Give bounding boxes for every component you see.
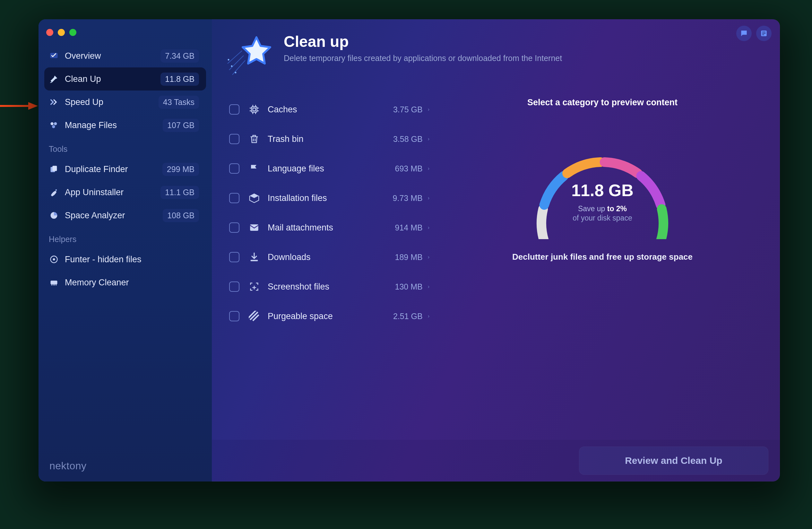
memory-icon [49,277,59,288]
broom-icon [49,74,59,84]
svg-rect-12 [52,284,52,286]
fullscreen-window-button[interactable] [69,29,76,36]
svg-point-24 [235,72,236,73]
page-title: Clean up [284,31,562,51]
sidebar-item-memory-cleaner[interactable]: Memory Cleaner [44,271,206,294]
gauge-total: 11.8 GB [519,181,686,200]
svg-rect-18 [762,33,766,34]
checkbox[interactable] [229,163,240,174]
gauge-line1: Save up to 2% [519,204,686,213]
sidebar-item-app-uninstaller[interactable]: App Uninstaller 11.1 GB [44,181,206,204]
speed-icon [49,97,59,107]
svg-rect-19 [762,34,765,35]
sidebar-item-managefiles[interactable]: Manage Files 107 GB [44,114,206,137]
close-window-button[interactable] [46,29,53,36]
hero: Clean up Delete temporary files created … [212,19,780,83]
svg-rect-15 [56,284,57,286]
svg-point-10 [53,258,55,261]
news-button[interactable] [756,26,771,41]
category-language[interactable]: Language files 693 MB › [226,155,435,182]
chat-button[interactable] [736,26,752,41]
checkbox[interactable] [229,193,240,203]
topbar [736,26,771,41]
preview-tagline: Declutter junk files and free up storage… [512,252,693,262]
category-size: 3.58 GB [393,134,423,144]
download-icon [248,251,261,263]
checkbox[interactable] [229,223,240,233]
preview-hint: Select a category to preview content [527,98,678,108]
category-list: Caches 3.75 GB › Trash bin 3.58 GB › Lan… [226,96,435,440]
svg-line-22 [232,60,245,75]
sidebar-item-label: Space Analyzer [65,211,157,220]
category-size: 189 MB [395,253,423,262]
category-size: 3.75 GB [393,105,423,114]
sidebar-item-space-analyzer[interactable]: Space Analyzer 108 GB [44,204,206,227]
sidebar-item-label: Speed Up [65,97,153,107]
svg-point-5 [52,125,55,128]
sidebar-item-speedup[interactable]: Speed Up 43 Tasks [44,90,206,114]
sidebar-item-cleanup[interactable]: Clean Up 11.8 GB [44,68,206,90]
svg-point-8 [56,189,57,191]
external-arrow-annotation [0,100,39,112]
checkbox[interactable] [229,311,240,321]
uninstall-icon [49,187,59,197]
review-cleanup-button[interactable]: Review and Clean Up [579,446,768,475]
chevron-right-icon: › [428,136,430,142]
chevron-right-icon: › [428,166,430,171]
checkbox[interactable] [229,282,240,292]
category-purgeable[interactable]: Purgeable space 2.51 GB › [226,302,435,330]
category-caches[interactable]: Caches 3.75 GB › [226,96,435,123]
sidebar-item-badge: 107 GB [163,119,199,132]
category-installation[interactable]: Installation files 9.73 MB › [226,184,435,212]
page-subtitle: Delete temporary files created by applic… [284,54,562,63]
category-screenshots[interactable]: Screenshot files 130 MB › [226,273,435,300]
mail-icon [248,221,261,234]
star-icon [226,31,274,80]
overview-icon [49,51,59,61]
sidebar-item-label: Manage Files [65,120,157,130]
category-size: 693 MB [395,164,423,173]
checkbox[interactable] [229,104,240,115]
stripes-icon [248,310,261,323]
svg-point-23 [231,66,233,67]
category-label: Mail attachments [268,223,395,233]
category-label: Screenshot files [268,282,395,292]
sidebar: Overview 7.34 GB Clean Up 11.8 GB Speed … [39,19,212,482]
category-trash[interactable]: Trash bin 3.58 GB › [226,125,435,153]
category-size: 914 MB [395,223,423,232]
sidebar-item-label: Memory Cleaner [65,278,199,288]
category-size: 130 MB [395,282,423,291]
svg-point-4 [54,122,57,125]
sidebar-item-badge: 7.34 GB [160,49,199,62]
target-icon [49,254,59,264]
content-area: Caches 3.75 GB › Trash bin 3.58 GB › Lan… [212,83,780,440]
chevron-right-icon: › [428,284,430,289]
flag-icon [248,162,261,175]
chevron-right-icon: › [428,195,430,201]
category-label: Purgeable space [268,311,393,321]
checkbox[interactable] [229,134,240,144]
minimize-window-button[interactable] [58,29,65,36]
chevron-right-icon: › [428,106,430,112]
sidebar-item-badge: 11.8 GB [160,73,199,86]
svg-point-25 [228,59,230,61]
files-icon [49,120,59,130]
sidebar-item-label: Duplicate Finder [65,165,157,174]
category-downloads[interactable]: Downloads 189 MB › [226,243,435,271]
svg-rect-13 [53,284,54,286]
sidebar-item-duplicate-finder[interactable]: Duplicate Finder 299 MB [44,158,206,181]
main-panel: Clean up Delete temporary files created … [212,19,780,482]
category-size: 9.73 MB [393,194,423,203]
svg-rect-7 [52,166,57,171]
category-label: Caches [268,105,393,115]
svg-rect-17 [762,32,766,32]
sidebar-item-label: App Uninstaller [65,187,155,197]
checkbox[interactable] [229,252,240,262]
svg-rect-26 [252,107,257,112]
svg-marker-1 [28,102,38,110]
sidebar-item-overview[interactable]: Overview 7.34 GB [44,44,206,68]
sidebar-item-badge: 43 Tasks [159,96,199,109]
gauge: 11.8 GB Save up to 2% of your disk space [519,143,686,239]
category-mail[interactable]: Mail attachments 914 MB › [226,214,435,241]
sidebar-item-funter[interactable]: Funter - hidden files [44,248,206,271]
